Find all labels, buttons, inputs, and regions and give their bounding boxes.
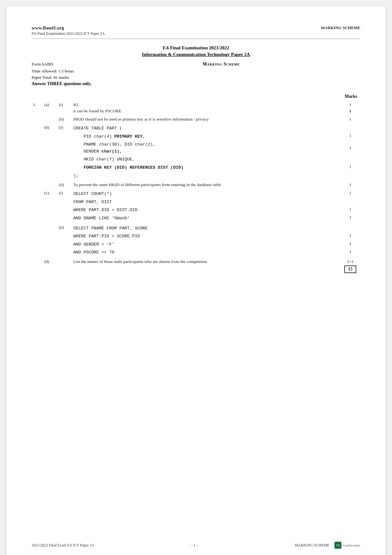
total-marks-row: 15: [32, 265, 360, 274]
exam-page: www.Band1.org F.6 Final Examination 2021…: [6, 6, 386, 555]
table-row: (d) List the names of those male partici…: [32, 259, 360, 265]
camscanner-icon: CS: [334, 542, 341, 549]
table-row: (ii) SELECT PNAME FROM PART, SCORE: [32, 224, 360, 233]
header-divider: [32, 39, 360, 39]
questions-table: 1. (a) (i) R2. 1 it can be found by PSCO…: [32, 102, 360, 274]
answer-content: PNAME char(30), DID char(2), GENDER char…: [72, 140, 340, 155]
answer-content: WHERE PART.PID = SCORE.PID: [72, 232, 340, 240]
table-row: WHERE PART.PID = SCORE.PID 1: [32, 232, 360, 240]
answer-content: R2.: [72, 102, 340, 108]
form-label: Form 6ABD: [32, 62, 82, 67]
table-row: PID char(4) PRIMARY KEY, 1: [32, 133, 360, 141]
total-marks-cell: 15: [340, 265, 360, 274]
answer-content: WHERE PART.DID = DIST.DID: [72, 206, 340, 214]
answer-content: AND PSCORE >= 70: [72, 248, 340, 257]
question-part: (a): [43, 102, 58, 108]
camscanner-badge: CS CamScanner: [334, 542, 360, 549]
question-number: 1.: [32, 102, 43, 108]
marks-header-row: Marks: [32, 94, 360, 99]
page-footer: 2021/2022 Final Exam F.6 ICT Paper 2A - …: [32, 542, 360, 549]
answer-content: AND DNAME LIKE '%Wan%': [72, 214, 340, 222]
title-section: F.6 Final Examination 2021/2022 Informat…: [32, 45, 360, 57]
marks-column-header: Marks: [341, 94, 360, 99]
marks-value: 1: [340, 102, 360, 108]
table-row: (ii) To prevent the same HKID of differe…: [32, 182, 360, 188]
table-row: PNAME char(30), DID char(2), GENDER char…: [32, 140, 360, 155]
question-part: (c): [43, 190, 58, 198]
answer-content: HKID should not be used as primary key a…: [72, 116, 340, 122]
table-row: (c) (i) SELECT COUNT(*) 1: [32, 190, 360, 198]
exam-title-main: F.6 Final Examination 2021/2022: [32, 45, 360, 51]
table-row: (ii) HKID should not be used as primary …: [32, 116, 360, 122]
marks-value: 1: [340, 116, 360, 122]
answer-content: To prevent the same HKID of different pa…: [72, 182, 340, 188]
table-row: (b) (i) CREATE TABLE PART (: [32, 124, 360, 133]
marks-value: 1: [340, 190, 360, 198]
table-row: FOREIGN KEY (DID) REFERENCES DIST (DID) …: [32, 164, 360, 172]
footer-right: MARKING SCHEME: [295, 543, 329, 548]
header-left: www.Band1.org F.6 Final Examination 2021…: [32, 25, 105, 36]
footer-center: - 1 -: [191, 543, 198, 548]
question-sub: (ii): [58, 116, 72, 122]
question-part: (b): [43, 124, 58, 133]
header-right: MARKING SCHEME: [321, 25, 360, 30]
table-row: AND DNAME LIKE '%Wan%' 1: [32, 214, 360, 222]
camscanner-label: CamScanner: [343, 543, 360, 547]
form-info-row: Form 6ABD Marking Scheme: [32, 62, 360, 67]
exam-title-sub: Information & Communication Technology P…: [32, 52, 360, 57]
answer-content: PID char(4) PRIMARY KEY,: [72, 133, 340, 141]
marks-value: 1: [340, 108, 360, 114]
website-label: www.Band1.org: [32, 25, 105, 31]
header-subtitle: F.6 Final Examination 2021/2022 ICT Pape…: [32, 31, 105, 36]
marks-value: [340, 155, 360, 164]
marks-value: 1: [340, 240, 360, 249]
marks-value: [340, 172, 360, 180]
marks-value: 1+1: [340, 259, 360, 265]
answer-content: AND GENDER = 'F': [72, 240, 340, 249]
answer-content: FOREIGN KEY (DID) REFERENCES DIST (DID): [72, 164, 340, 172]
table-row: HKID char(7) UNIQUE,: [32, 155, 360, 164]
marks-value: 1: [340, 182, 360, 188]
time-allowed: Time Allowed: 1.5 hours: [32, 69, 360, 74]
marks-value: 1: [340, 248, 360, 257]
answer-content: SELECT COUNT(*): [72, 190, 340, 198]
answer-content: it can be found by PSCORE.: [72, 108, 340, 114]
question-sub: (i): [58, 102, 72, 108]
answer-content: List the names of those male participant…: [72, 259, 340, 265]
marks-value: 1: [340, 133, 360, 141]
answer-content: );: [72, 172, 340, 180]
answer-content: FROM PART, DIST: [72, 198, 340, 206]
marks-value: [340, 198, 360, 206]
answer-instruction: Answer THREE questions only.: [32, 81, 360, 86]
marking-scheme-label: Marking Scheme: [82, 62, 360, 67]
answer-content: CREATE TABLE PART (: [72, 124, 340, 133]
table-row: AND GENDER = 'F' 1: [32, 240, 360, 249]
question-sub: (ii): [58, 224, 72, 233]
table-row: AND PSCORE >= 70 1: [32, 248, 360, 257]
table-row: it can be found by PSCORE. 1: [32, 108, 360, 114]
marks-value: [340, 224, 360, 233]
marks-value: 1: [340, 206, 360, 214]
table-row: );: [32, 172, 360, 180]
marks-value: 1: [340, 232, 360, 240]
question-sub: (i): [58, 124, 72, 133]
marks-value: 1: [340, 140, 360, 155]
table-row: WHERE PART.DID = DIST.DID 1: [32, 206, 360, 214]
question-sub: (ii): [58, 182, 72, 188]
marks-value: [340, 124, 360, 133]
page-header: www.Band1.org F.6 Final Examination 2021…: [32, 25, 360, 36]
table-row: FROM PART, DIST: [32, 198, 360, 206]
total-marks-box: 15: [344, 265, 356, 273]
marks-value: 1: [340, 214, 360, 222]
footer-left: 2021/2022 Final Exam F.6 ICT Paper 2A: [32, 543, 94, 548]
answer-content: SELECT PNAME FROM PART, SCORE: [72, 224, 340, 233]
paper-total: Paper Total: 45 marks: [32, 75, 360, 80]
question-sub: (i): [58, 190, 72, 198]
question-part: (d): [43, 259, 58, 265]
table-row: 1. (a) (i) R2. 1: [32, 102, 360, 108]
answer-content: HKID char(7) UNIQUE,: [72, 155, 340, 164]
marks-value: 1: [340, 164, 360, 172]
